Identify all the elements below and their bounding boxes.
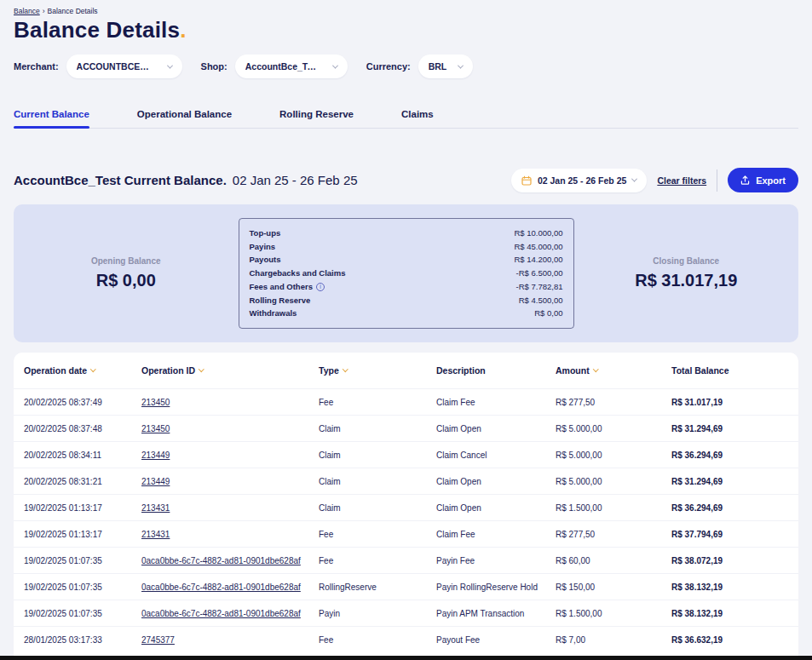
column-label: Amount [556,365,590,376]
section-heading-row: AccountBce_Test Current Balance.02 Jan 2… [14,168,798,192]
cell-description: Payout Fee [436,635,556,645]
column-header-operation-date[interactable]: Operation date [24,365,141,376]
table-header: Operation dateOperation IDTypeDescriptio… [14,353,798,388]
tab-operational-balance[interactable]: Operational Balance [137,109,232,128]
table-row: 20/02/2025 08:34:11213449ClaimClaim Canc… [14,441,798,468]
section-title-text: AccountBce_Test Current Balance. [14,173,227,187]
summary-line-value: R$ 14.200,00 [514,253,562,267]
operation-id-link[interactable]: 0aca0bbe-6c7c-4882-ad81-0901dbe628af [141,609,301,618]
operation-id-link[interactable]: 213449 [141,477,170,486]
shop-dropdown[interactable]: AccountBce_Test [235,55,348,78]
date-range-value: 02 Jan 25 - 26 Feb 25 [538,175,626,186]
opening-balance-label: Opening Balance [14,256,239,266]
opening-balance-value: R$ 0,00 [14,271,239,290]
opening-balance-block: Opening Balance R$ 0,00 [14,256,239,290]
cell-amount: R$ 5.000,00 [556,424,671,433]
sort-icon[interactable] [593,366,598,371]
page-title-text: Balance Details [14,17,180,43]
cell-description: Payin RollingReserve Hold [436,583,556,592]
bottom-edge-bar [0,656,812,660]
operation-id-link[interactable]: 213431 [141,530,170,539]
operation-id-link[interactable]: 213431 [141,503,170,513]
info-icon[interactable]: i [316,283,325,291]
sort-icon[interactable] [343,366,348,371]
page-title: Balance Details. [14,17,798,43]
column-header-operation-id[interactable]: Operation ID [141,365,319,376]
currency-filter: Currency: BRL [366,55,473,78]
cell-total-balance: R$ 36.294,69 [671,503,788,513]
breadcrumb: Balance›Balance Details [14,7,798,15]
upload-icon [740,175,750,185]
summary-line-label: Withdrawals [250,307,297,320]
column-header-type[interactable]: Type [319,365,436,376]
cell-total-balance: R$ 36.632,19 [671,635,788,645]
column-header-description: Description [436,365,556,376]
cell-amount: R$ 7,00 [556,635,671,645]
table-row: 19/02/2025 01:13:17213431FeeClaim FeeR$ … [14,520,798,547]
cell-description: Claim Cancel [436,451,556,460]
sort-icon[interactable] [90,366,95,371]
merchant-dropdown[interactable]: ACCOUNTBCE_Test [66,55,182,78]
cell-total-balance: R$ 38.132,19 [671,609,788,618]
tab-current-balance[interactable]: Current Balance [14,109,89,128]
filters-row: Merchant: ACCOUNTBCE_Test Shop: AccountB… [14,55,798,78]
operation-id-link[interactable]: 213450 [141,424,170,433]
export-button[interactable]: Export [728,168,798,192]
breadcrumb-link-balance[interactable]: Balance [14,7,40,15]
chevron-down-icon [458,62,464,68]
cell-type: Claim [319,424,436,433]
merchant-label: Merchant: [14,61,59,72]
cell-amount: R$ 277,50 [556,398,671,407]
operation-id-link[interactable]: 0aca0bbe-6c7c-4882-ad81-0901dbe628af [141,556,301,565]
cell-amount: R$ 1.500,00 [556,609,671,618]
cell-operation-id: 2745377 [141,635,319,645]
column-label: Operation ID [141,365,195,376]
operation-id-link[interactable]: 213450 [141,398,170,407]
operation-id-link[interactable]: 0aca0bbe-6c7c-4882-ad81-0901dbe628af [141,583,301,592]
calendar-icon [521,175,532,186]
page: Balance›Balance Details Balance Details.… [0,0,812,660]
table-row: 20/02/2025 08:37:48213450ClaimClaim Open… [14,415,798,441]
table-row: 19/02/2025 01:07:350aca0bbe-6c7c-4882-ad… [14,547,798,573]
currency-dropdown[interactable]: BRL [418,55,473,78]
summary-line-label: Chargebacks and Claims [250,267,346,280]
cell-operation-id: 213450 [141,398,319,407]
cell-description: Claim Fee [436,398,556,407]
export-label: Export [756,175,786,186]
tab-claims[interactable]: Claims [401,109,434,128]
summary-line: Top-upsR$ 10.000,00 [250,227,563,240]
column-label: Operation date [24,365,87,376]
cell-operation-date: 20/02/2025 08:37:49 [24,398,141,407]
cell-operation-date: 28/01/2025 03:17:33 [24,635,141,645]
cell-description: Claim Open [436,503,556,513]
cell-type: Fee [319,398,436,407]
summary-line-value: R$ 0,00 [534,307,562,320]
summary-line-label: Payins [250,240,276,254]
section-title-range: 02 Jan 25 - 26 Feb 25 [233,173,358,187]
summary-line: PayinsR$ 45.000,00 [250,240,563,254]
sort-icon[interactable] [199,366,204,371]
summary-line: Chargebacks and Claims-R$ 6.500,00 [250,267,563,280]
summary-line-value: R$ 4.500,00 [519,294,563,307]
shop-label: Shop: [201,61,227,72]
cell-operation-id: 213431 [141,530,319,539]
cell-operation-id: 213431 [141,503,319,513]
operation-id-link[interactable]: 213449 [141,451,170,460]
cell-total-balance: R$ 38.072,19 [671,556,788,565]
cell-operation-id: 213450 [141,424,319,433]
date-range-picker[interactable]: 02 Jan 25 - 26 Feb 25 [511,169,647,192]
cell-total-balance: R$ 38.132,19 [671,583,788,592]
clear-filters-link[interactable]: Clear filters [657,175,706,186]
cell-operation-date: 19/02/2025 01:07:35 [24,583,141,592]
tab-rolling-reserve[interactable]: Rolling Reserve [279,109,354,128]
summary-line: Fees and Othersi-R$ 7.782,81 [250,280,563,294]
cell-operation-date: 20/02/2025 08:37:48 [24,424,141,433]
column-header-amount[interactable]: Amount [556,365,671,376]
cell-type: Claim [319,503,436,513]
cell-operation-date: 19/02/2025 01:13:17 [24,503,141,513]
operation-id-link[interactable]: 2745377 [141,635,175,645]
cell-total-balance: R$ 31.294,69 [671,424,788,433]
column-label: Description [436,365,486,376]
chevron-down-icon [332,62,338,68]
summary-line-value: -R$ 7.782,81 [516,280,563,294]
